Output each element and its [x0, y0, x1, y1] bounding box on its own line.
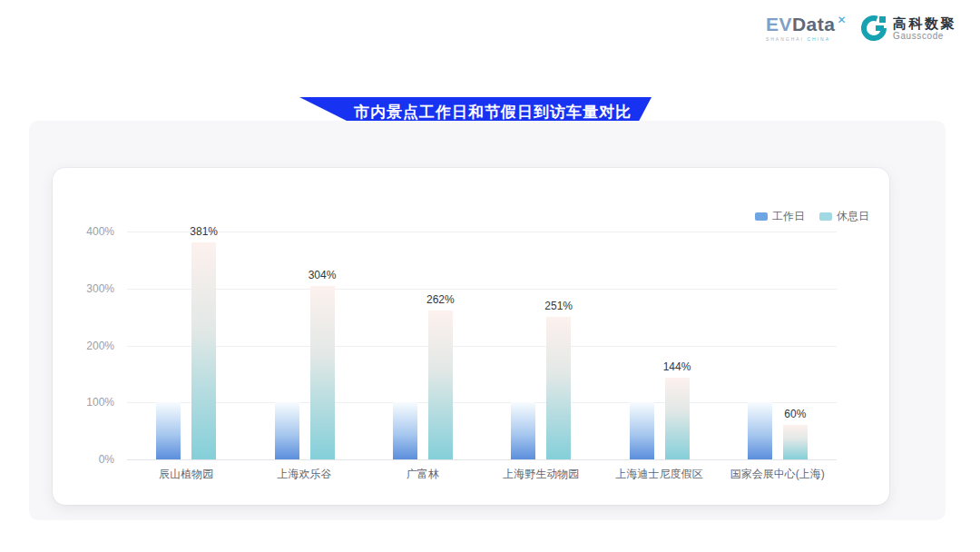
legend-item-restday[interactable]: 休息日 [819, 209, 869, 224]
gausscode-logo: 高科数聚 Gausscode [861, 15, 956, 41]
bar-restday[interactable] [783, 425, 808, 459]
gridline [127, 402, 837, 403]
bar-column [156, 402, 181, 459]
x-axis-category-label: 辰山植物园 [118, 467, 254, 482]
bar-column [275, 402, 299, 459]
evdata-data: Data [792, 14, 836, 34]
x-axis-category-label: 国家会展中心(上海) [710, 467, 846, 482]
x-axis-category-label: 上海迪士尼度假区 [592, 467, 728, 482]
y-axis-tick-label: 200% [69, 340, 114, 352]
gridline [127, 346, 837, 347]
evdata-sub-china: CHINA [807, 36, 830, 42]
evdata-ev: EV [766, 14, 792, 34]
gridline [127, 289, 837, 290]
gridline [127, 232, 837, 232]
bar-column: 381% [191, 226, 216, 459]
page-title: 市内景点工作日和节假日到访车量对比 [354, 102, 632, 123]
bar-column: 262% [428, 294, 453, 459]
y-axis-tick-label: 300% [69, 282, 114, 295]
y-axis-tick-label: 0% [69, 453, 114, 466]
x-axis-category-label: 上海欢乐谷 [237, 467, 373, 482]
chart-legend: 工作日休息日 [755, 209, 869, 224]
bar-value-label: 60% [784, 409, 806, 420]
bar-group: 60% [748, 402, 808, 459]
x-axis-category-label: 广富林 [355, 467, 491, 482]
legend-swatch [819, 212, 832, 221]
bar-column: 251% [546, 301, 571, 460]
legend-label: 工作日 [772, 209, 805, 224]
gausscode-g-icon [861, 15, 887, 41]
bar-value-label: 251% [544, 301, 573, 312]
bar-column: 144% [665, 361, 690, 459]
evdata-logo: EVData✕ SHANGHAI CHINA [766, 15, 847, 42]
bar-value-label: 144% [663, 361, 691, 373]
evdata-wordmark: EVData✕ [766, 15, 847, 34]
bar-restday[interactable] [310, 286, 335, 459]
bar-restday[interactable] [428, 310, 453, 459]
bar-group: 251% [511, 301, 571, 460]
gausscode-cn: 高科数聚 [893, 15, 956, 31]
bar-group: 144% [630, 361, 690, 459]
bar-workday[interactable] [748, 402, 772, 459]
gausscode-en: Gausscode [893, 31, 956, 41]
bar-chart: 0%100%200%300%400%工作日休息日381%辰山植物园304%上海欢… [53, 168, 889, 505]
bar-workday[interactable] [630, 402, 654, 459]
evdata-sub-shanghai: SHANGHAI [766, 36, 808, 42]
bar-column [630, 402, 654, 459]
chart-card: 0%100%200%300%400%工作日休息日381%辰山植物园304%上海欢… [53, 168, 889, 505]
x-axis-category-label: 上海野生动物园 [473, 467, 609, 482]
legend-swatch [755, 212, 768, 221]
bar-group: 381% [156, 226, 216, 459]
content-panel: 0%100%200%300%400%工作日休息日381%辰山植物园304%上海欢… [29, 121, 946, 520]
bar-restday[interactable] [665, 378, 690, 459]
bar-workday[interactable] [275, 402, 299, 459]
bar-workday[interactable] [511, 402, 535, 459]
bar-workday[interactable] [393, 402, 417, 459]
bar-group: 304% [275, 270, 335, 459]
y-axis-tick-label: 100% [69, 396, 114, 409]
bar-column: 60% [783, 409, 808, 459]
bar-workday[interactable] [156, 402, 181, 459]
bar-restday[interactable] [546, 317, 571, 460]
bar-column [748, 402, 772, 459]
x-axis-line [127, 459, 837, 460]
bar-group: 262% [393, 294, 453, 459]
header-logos: EVData✕ SHANGHAI CHINA 高科数聚 Gausscode [766, 15, 956, 42]
bar-value-label: 381% [190, 226, 218, 238]
legend-item-workday[interactable]: 工作日 [755, 209, 805, 224]
bar-restday[interactable] [191, 242, 216, 459]
bar-column [511, 402, 535, 459]
evdata-x-icon: ✕ [837, 14, 847, 26]
bar-value-label: 262% [426, 294, 455, 306]
evdata-subtitle: SHANGHAI CHINA [766, 36, 847, 42]
bar-column: 304% [310, 270, 335, 459]
gausscode-text: 高科数聚 Gausscode [893, 15, 956, 41]
bar-column [393, 402, 417, 459]
bar-value-label: 304% [309, 270, 337, 281]
y-axis-tick-label: 400% [69, 225, 114, 238]
page: { "header": { "evdata": { "ev": "EV", "d… [0, 0, 980, 552]
legend-label: 休息日 [837, 209, 869, 224]
